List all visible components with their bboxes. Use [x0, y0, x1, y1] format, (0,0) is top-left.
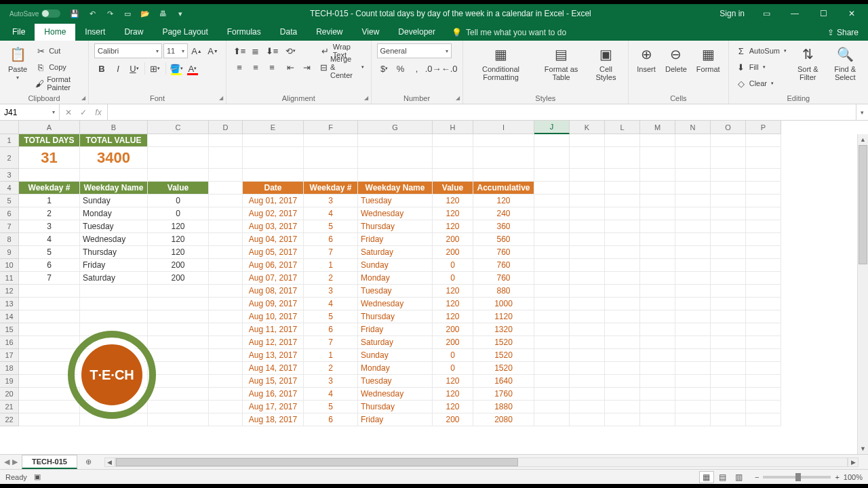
cell[interactable] — [711, 147, 746, 169]
close-icon[interactable]: ✕ — [838, 4, 865, 23]
cell[interactable]: 4 — [304, 388, 358, 401]
cell[interactable] — [209, 413, 243, 426]
tell-me-search[interactable]: 💡 Tell me what you want to do — [445, 24, 573, 41]
orientation-icon[interactable]: ⟲▾ — [283, 43, 298, 58]
cell[interactable] — [640, 375, 675, 388]
cell[interactable]: Aug 11, 2017 — [243, 323, 304, 336]
cell[interactable]: Monday — [80, 207, 148, 220]
row-header[interactable]: 6 — [0, 207, 19, 220]
cell[interactable] — [19, 285, 80, 298]
cell[interactable] — [746, 375, 781, 388]
cell[interactable] — [640, 147, 675, 169]
cell[interactable]: 1120 — [473, 310, 534, 323]
column-header[interactable]: J — [534, 121, 570, 134]
cell[interactable] — [746, 401, 781, 413]
cell[interactable]: Thursday — [80, 246, 148, 259]
decrease-indent-icon[interactable]: ⇤ — [283, 60, 298, 75]
vertical-scrollbar[interactable]: ▲ ▼ — [857, 134, 868, 454]
cut-button[interactable]: ✂Cut — [34, 43, 83, 58]
cell[interactable] — [675, 413, 711, 426]
cell[interactable] — [148, 401, 209, 413]
column-header[interactable]: M — [640, 121, 675, 134]
maximize-icon[interactable]: ☐ — [810, 4, 837, 23]
clear-button[interactable]: ◇Clear▾ — [734, 76, 788, 91]
cell[interactable] — [209, 246, 243, 259]
tab-view[interactable]: View — [353, 24, 389, 41]
cell[interactable] — [675, 285, 711, 298]
cell[interactable]: Aug 14, 2017 — [243, 362, 304, 375]
cell[interactable] — [148, 323, 209, 336]
cell[interactable] — [675, 272, 711, 285]
tab-draw[interactable]: Draw — [115, 24, 153, 41]
row-header[interactable]: 20 — [0, 388, 19, 401]
cell[interactable] — [358, 134, 433, 147]
cell[interactable] — [534, 134, 570, 147]
cell[interactable] — [209, 233, 243, 246]
cell[interactable] — [640, 349, 675, 362]
cell[interactable]: Aug 08, 2017 — [243, 285, 304, 298]
row-header[interactable]: 18 — [0, 362, 19, 375]
cell[interactable] — [534, 323, 570, 336]
cell[interactable] — [746, 298, 781, 310]
cell[interactable] — [80, 169, 148, 182]
cell[interactable] — [640, 207, 675, 220]
cell[interactable] — [711, 134, 746, 147]
column-header[interactable]: E — [243, 121, 304, 134]
cell[interactable] — [711, 375, 746, 388]
cell[interactable] — [80, 298, 148, 310]
redo-icon[interactable]: ↷ — [102, 6, 117, 21]
tab-page-layout[interactable]: Page Layout — [153, 24, 217, 41]
cell[interactable] — [534, 195, 570, 207]
cell[interactable]: 200 — [433, 413, 473, 426]
cell[interactable] — [640, 220, 675, 233]
increase-font-icon[interactable]: A▲ — [189, 43, 204, 58]
cell[interactable] — [746, 233, 781, 246]
cell[interactable] — [605, 388, 640, 401]
fx-insert-icon[interactable]: fx — [91, 108, 106, 117]
cell[interactable]: Weekday # — [19, 182, 80, 195]
cell[interactable] — [675, 310, 711, 323]
row-header[interactable]: 1 — [0, 134, 19, 147]
cell[interactable] — [570, 207, 605, 220]
row-header[interactable]: 8 — [0, 233, 19, 246]
cell[interactable] — [209, 207, 243, 220]
cell[interactable] — [534, 413, 570, 426]
fx-enter-icon[interactable]: ✓ — [76, 108, 91, 117]
cell[interactable] — [746, 362, 781, 375]
cell[interactable]: 120 — [433, 220, 473, 233]
cell[interactable] — [534, 375, 570, 388]
column-header[interactable]: G — [358, 121, 433, 134]
sheet-nav-prev-icon[interactable]: ◀ — [4, 458, 9, 466]
cell[interactable] — [473, 147, 534, 169]
column-header[interactable]: H — [433, 121, 473, 134]
align-right-icon[interactable]: ≡ — [264, 60, 279, 75]
increase-indent-icon[interactable]: ⇥ — [300, 60, 315, 75]
cell[interactable] — [605, 285, 640, 298]
column-header[interactable]: D — [209, 121, 243, 134]
column-header[interactable]: I — [473, 121, 534, 134]
cell[interactable] — [243, 147, 304, 169]
cell[interactable]: 1000 — [473, 298, 534, 310]
cell[interactable]: Aug 05, 2017 — [243, 246, 304, 259]
cell[interactable] — [304, 134, 358, 147]
cell[interactable] — [209, 388, 243, 401]
cell[interactable]: Sunday — [80, 195, 148, 207]
cell[interactable] — [570, 169, 605, 182]
cell[interactable] — [209, 401, 243, 413]
cell[interactable] — [605, 195, 640, 207]
cell[interactable]: Sunday — [358, 349, 433, 362]
cell[interactable] — [746, 220, 781, 233]
undo-icon[interactable]: ↶ — [85, 6, 100, 21]
cell[interactable] — [148, 169, 209, 182]
decrease-decimal-icon[interactable]: ←.0 — [442, 61, 457, 76]
cell[interactable] — [746, 246, 781, 259]
cell[interactable] — [209, 147, 243, 169]
cell[interactable] — [570, 259, 605, 272]
cell[interactable]: Sunday — [358, 259, 433, 272]
cell[interactable] — [675, 349, 711, 362]
cell[interactable] — [711, 401, 746, 413]
cell[interactable]: 3 — [304, 285, 358, 298]
cell[interactable]: 1520 — [473, 336, 534, 349]
cell[interactable]: Thursday — [358, 310, 433, 323]
cell[interactable] — [746, 207, 781, 220]
